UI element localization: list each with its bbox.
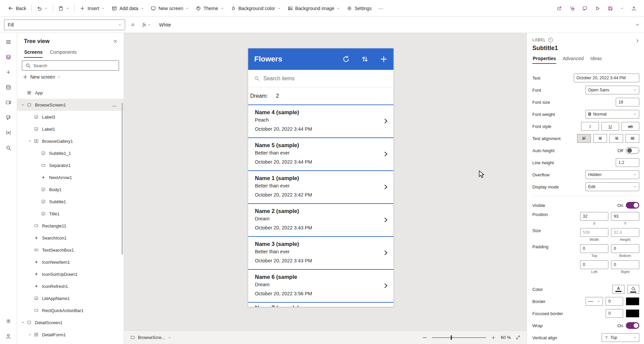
menu-icon[interactable] — [5, 38, 12, 46]
background-color-button[interactable]: Background color — [228, 4, 284, 13]
tree-item-textsearchbox1[interactable]: TextSearchBox1 — [17, 244, 124, 256]
next-arrow-icon[interactable] — [383, 118, 389, 124]
next-arrow-icon[interactable] — [383, 184, 389, 190]
padding-right-input[interactable] — [611, 260, 639, 269]
focused-border-width-input[interactable] — [606, 309, 623, 318]
background-image-button[interactable]: Background image — [285, 4, 343, 13]
size-height-input[interactable] — [611, 228, 639, 237]
publish-button[interactable] — [629, 4, 639, 13]
zoom-out-button[interactable] — [422, 335, 427, 340]
tree-item-iconsortupdown1[interactable]: IconSortUpDown1 — [17, 268, 124, 280]
tree-search-box[interactable] — [22, 60, 119, 71]
wrap-toggle[interactable] — [626, 322, 639, 329]
strikethrough-button[interactable]: ab — [621, 122, 639, 131]
app-checker-button[interactable] — [567, 4, 577, 13]
tree-item-separator1[interactable]: Separator1 — [17, 159, 124, 171]
tree-item-more-button[interactable]: … — [112, 102, 121, 108]
tree-item-nextarrow1[interactable]: NextArrow1 — [17, 171, 124, 183]
visible-toggle[interactable] — [626, 202, 639, 209]
screen-selector[interactable]: BrowseScre... — [130, 335, 171, 340]
media-icon[interactable] — [5, 99, 12, 106]
tree-item-browsegallery1[interactable]: BrowseGallery1 — [17, 135, 124, 147]
tree-item-detailform1[interactable]: DetailForm1 — [17, 329, 124, 341]
paste-button[interactable] — [55, 4, 72, 13]
tab-components[interactable]: Components — [49, 48, 77, 58]
next-arrow-icon[interactable] — [383, 217, 389, 223]
tab-ideas[interactable]: Ideas — [590, 55, 602, 64]
more-commands-button[interactable]: ··· — [375, 4, 386, 13]
align-justify-button[interactable] — [626, 134, 639, 143]
close-icon[interactable] — [113, 39, 118, 44]
tree-item-subtitle1[interactable]: Subtitle1 — [17, 196, 124, 208]
help-icon[interactable]: ? — [548, 38, 553, 42]
fill-color-button[interactable] — [627, 285, 639, 294]
add-data-button[interactable]: Add data — [109, 4, 147, 13]
gallery-item[interactable]: Name 3 (sample)Better than everOctober 2… — [248, 236, 393, 269]
tree-search-input[interactable] — [33, 63, 116, 68]
tree-item-detailscreen1[interactable]: DetailScreen1 — [17, 316, 124, 329]
tree-item-iconnewitem1[interactable]: IconNewItem1 — [17, 256, 124, 268]
share-button[interactable] — [554, 4, 565, 13]
tab-advanced[interactable]: Advanced — [562, 55, 584, 64]
expand-formula-bar-icon[interactable] — [635, 22, 640, 27]
padding-left-input[interactable] — [580, 260, 608, 269]
data-icon[interactable] — [5, 84, 12, 91]
auto-height-toggle[interactable] — [626, 147, 639, 154]
font-size-input[interactable] — [616, 98, 639, 106]
border-color-swatch[interactable] — [626, 297, 639, 305]
new-screen-button[interactable]: New screen — [148, 4, 192, 13]
new-item-icon[interactable] — [380, 55, 387, 63]
canvas[interactable]: Flowers Dream: 2 Name 4 (sample)PeachOct… — [124, 33, 527, 344]
text-property-input[interactable] — [574, 74, 639, 82]
tree-item-body1[interactable]: Body1 — [17, 183, 124, 196]
padding-top-input[interactable] — [580, 244, 608, 253]
gallery-item[interactable]: Name 2 (sample)DreamOctober 20, 2022 3:4… — [248, 203, 393, 236]
overflow-select[interactable]: Hidden — [585, 170, 639, 179]
collapse-panel-icon[interactable] — [635, 38, 640, 43]
font-select[interactable]: Open Sans — [585, 86, 639, 94]
tree-item-title1[interactable]: Title1 — [17, 208, 124, 220]
insert-icon[interactable] — [5, 69, 12, 76]
fx-selector[interactable]: fx — [139, 19, 154, 30]
padding-bottom-input[interactable] — [611, 244, 639, 253]
chevron-down-icon[interactable] — [20, 103, 26, 106]
app-search-bar[interactable] — [248, 70, 393, 87]
display-mode-select[interactable]: Edit — [585, 182, 639, 191]
tab-properties[interactable]: Properties — [532, 55, 556, 64]
tab-screens[interactable]: Screens — [24, 48, 43, 58]
search-icon[interactable] — [5, 144, 12, 152]
tree-view-icon[interactable] — [5, 53, 12, 61]
theme-button[interactable]: Theme — [193, 4, 227, 13]
tree-item-rectquickactionbar1[interactable]: RectQuickActionBar1 — [17, 304, 124, 316]
vertical-align-select[interactable]: Top — [602, 333, 639, 342]
tree-item-browsescreen1[interactable]: BrowseScreen1… — [17, 99, 124, 111]
next-arrow-icon[interactable] — [383, 250, 389, 256]
save-button[interactable] — [605, 4, 616, 13]
account-icon[interactable] — [5, 333, 12, 340]
back-button[interactable]: Back — [5, 3, 29, 13]
settings-gear-icon[interactable] — [5, 317, 12, 325]
tree-item-subtitle1_1[interactable]: Subtitle1_1 — [17, 147, 124, 159]
align-right-button[interactable] — [609, 134, 623, 143]
tree-item-lblappname1[interactable]: LblAppName1 — [17, 292, 124, 304]
gallery-item[interactable]: Name 1 (sample)Better than everOctober 2… — [248, 170, 393, 203]
tree-item-searchicon1[interactable]: SearchIcon1 — [17, 232, 124, 244]
chevron-down-icon[interactable] — [20, 321, 26, 324]
tree-item-label3[interactable]: Label3 — [17, 111, 124, 123]
power-automate-icon[interactable] — [5, 114, 12, 121]
refresh-icon[interactable] — [342, 55, 350, 63]
app-search-input[interactable] — [263, 76, 388, 82]
position-y-input[interactable] — [611, 212, 639, 221]
gallery-item[interactable]: Name 4 (sample)PeachOctober 20, 2022 3:4… — [248, 104, 393, 137]
border-width-input[interactable] — [606, 297, 623, 306]
italic-button[interactable]: I — [581, 122, 599, 131]
sort-icon[interactable] — [361, 55, 369, 63]
tree-scrollbar[interactable] — [121, 103, 123, 255]
gallery-item[interactable]: Name 7 (sample) — [248, 302, 393, 307]
new-screen-menu-button[interactable]: New screen — [17, 71, 124, 83]
tree-item-label1[interactable]: Label1 — [17, 123, 124, 135]
position-x-input[interactable] — [580, 212, 608, 221]
next-arrow-icon[interactable] — [383, 151, 389, 157]
border-style-select[interactable] — [585, 297, 603, 306]
align-left-button[interactable] — [577, 134, 591, 143]
